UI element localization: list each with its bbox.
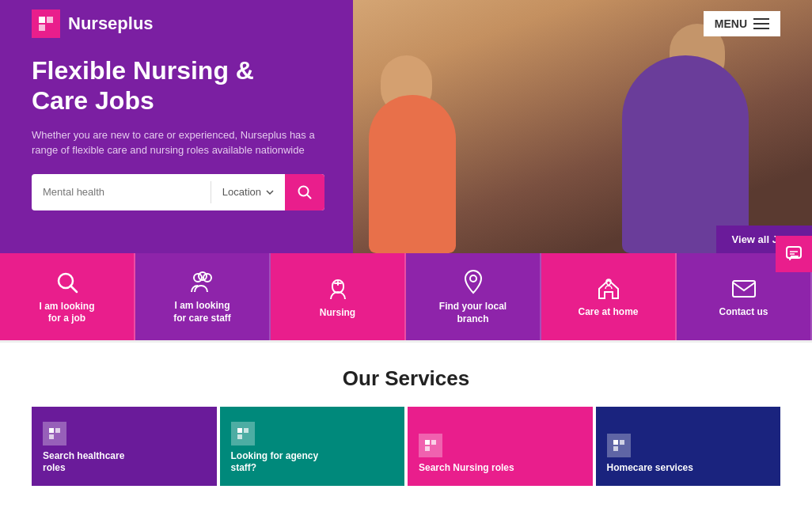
heart-home-icon bbox=[597, 275, 620, 300]
quick-link-job-seeker[interactable]: I am lookingfor a job bbox=[0, 253, 135, 340]
location-label: Location bbox=[222, 186, 261, 198]
service-card-homecare[interactable]: Homecare services bbox=[596, 407, 781, 486]
svg-rect-12 bbox=[733, 281, 755, 297]
patient-figure bbox=[369, 47, 472, 253]
svg-rect-24 bbox=[613, 446, 618, 451]
quick-link-label: Find your localbranch bbox=[439, 301, 507, 325]
service-card-healthcare[interactable]: Search healthcareroles bbox=[32, 407, 217, 486]
menu-button[interactable]: MENU bbox=[704, 11, 780, 36]
navbar: Nurseplus MENU bbox=[0, 0, 812, 47]
services-title: Our Services bbox=[32, 366, 780, 391]
quick-links-bar: I am lookingfor a job I am lookingfor ca… bbox=[0, 253, 812, 343]
quick-link-care-staff[interactable]: I am lookingfor care staff bbox=[135, 253, 271, 340]
location-icon bbox=[463, 268, 484, 295]
svg-point-8 bbox=[203, 274, 211, 282]
svg-rect-18 bbox=[237, 434, 242, 439]
quick-link-label: Care at home bbox=[578, 306, 638, 319]
hero-title: Flexible Nursing &Care Jobs bbox=[32, 55, 332, 116]
svg-rect-20 bbox=[431, 440, 436, 445]
logo-text: Nurseplus bbox=[68, 13, 154, 34]
logo-icon bbox=[32, 9, 60, 38]
svg-rect-1 bbox=[47, 17, 53, 23]
search-input[interactable] bbox=[32, 186, 211, 198]
service-label: Search Nursing roles bbox=[419, 462, 514, 475]
quick-link-label: I am lookingfor care staff bbox=[173, 300, 231, 324]
svg-rect-19 bbox=[425, 440, 430, 445]
svg-point-11 bbox=[470, 275, 476, 282]
quick-link-care-home[interactable]: Care at home bbox=[541, 253, 677, 340]
service-label: Looking for agencystaff? bbox=[231, 450, 319, 475]
service-card-agency[interactable]: Looking for agencystaff? bbox=[220, 407, 405, 486]
svg-rect-0 bbox=[39, 17, 45, 23]
search-button[interactable] bbox=[285, 174, 324, 210]
quick-link-label: Nursing bbox=[320, 307, 355, 320]
hero-content: Flexible Nursing &Care Jobs Whether you … bbox=[32, 55, 332, 210]
menu-label: MENU bbox=[715, 17, 747, 30]
services-grid: Search healthcareroles Looking for agenc… bbox=[32, 407, 780, 486]
chevron-down-icon bbox=[266, 190, 274, 195]
quick-link-nursing[interactable]: Nursing bbox=[271, 253, 406, 340]
service-icon bbox=[231, 422, 255, 445]
nurse-icon bbox=[326, 275, 350, 301]
patient-body bbox=[369, 95, 456, 253]
quick-link-local-branch[interactable]: Find your localbranch bbox=[406, 253, 541, 340]
svg-line-4 bbox=[307, 195, 311, 199]
service-icon bbox=[419, 434, 442, 457]
quick-link-label: Contact us bbox=[719, 306, 768, 319]
search-icon bbox=[298, 185, 312, 199]
svg-rect-13 bbox=[49, 428, 54, 433]
service-label: Homecare services bbox=[607, 462, 693, 475]
hero-description: Whether you are new to care or experienc… bbox=[32, 127, 332, 158]
people-icon bbox=[190, 268, 215, 294]
svg-rect-15 bbox=[49, 434, 54, 439]
svg-rect-14 bbox=[55, 428, 60, 433]
quick-link-label: I am lookingfor a job bbox=[39, 301, 94, 325]
chat-float-button[interactable] bbox=[776, 236, 812, 272]
svg-rect-23 bbox=[620, 440, 624, 445]
svg-rect-16 bbox=[237, 428, 242, 433]
location-select[interactable]: Location bbox=[211, 186, 285, 198]
search-bar: Location bbox=[32, 174, 324, 210]
header-section: Nurseplus MENU Flexible Nursing &Care Jo… bbox=[0, 0, 812, 253]
services-section: Our Services Search healthcareroles bbox=[0, 343, 812, 502]
service-icon bbox=[43, 422, 66, 445]
svg-rect-17 bbox=[244, 428, 249, 433]
envelope-icon bbox=[731, 275, 757, 300]
hamburger-icon bbox=[753, 18, 769, 29]
search-icon bbox=[55, 268, 79, 294]
svg-point-9 bbox=[199, 272, 207, 280]
service-label: Search healthcareroles bbox=[43, 450, 124, 475]
logo[interactable]: Nurseplus bbox=[32, 9, 154, 38]
svg-rect-2 bbox=[39, 25, 45, 31]
svg-point-7 bbox=[194, 274, 202, 282]
svg-rect-22 bbox=[613, 440, 618, 445]
service-icon bbox=[607, 434, 631, 457]
service-card-nursing[interactable]: Search Nursing roles bbox=[408, 407, 593, 486]
svg-rect-21 bbox=[425, 446, 430, 451]
svg-line-6 bbox=[70, 286, 77, 292]
nurse-body bbox=[622, 55, 749, 253]
chat-icon bbox=[785, 245, 803, 263]
